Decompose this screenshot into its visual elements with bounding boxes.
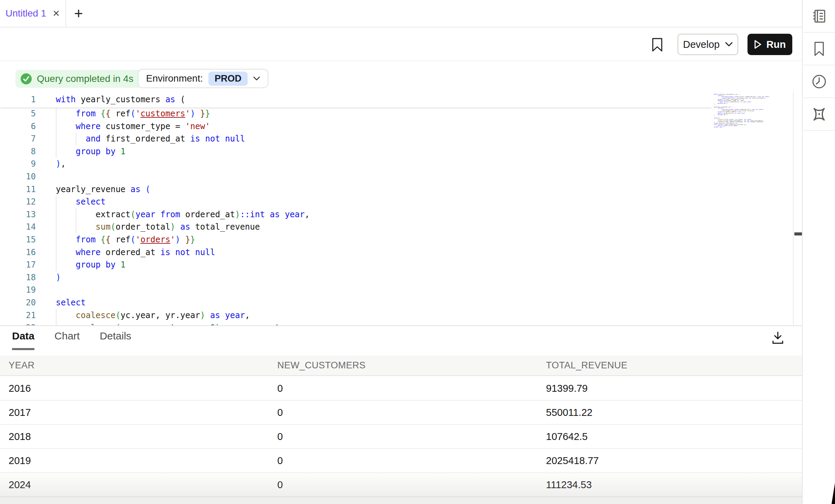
code-line: 20select — [0, 296, 712, 309]
play-icon — [754, 40, 762, 49]
code-line: 5 from {{ ref('customers') }} — [0, 107, 712, 120]
code-line: 14 sum(order_total) as total_revenue — [0, 221, 712, 233]
code-line: 19 — [0, 284, 712, 296]
bookmark-icon — [812, 41, 826, 57]
line-number: 11 — [0, 183, 36, 196]
line-number: 21 — [0, 309, 36, 322]
code-line: 15 from {{ ref('orders') }} — [0, 233, 712, 246]
sql-editor[interactable]: 5 from {{ ref('customers') }}6 where cus… — [0, 92, 802, 325]
code-area: 5 from {{ ref('customers') }}6 where cus… — [0, 107, 712, 325]
code-line: 13 extract(year from ordered_at)::int as… — [0, 208, 712, 221]
line-number: 19 — [0, 284, 36, 296]
code-line: 11yearly_revenue as ( — [0, 183, 712, 196]
table-row[interactable]: 20240111234.53 — [0, 473, 802, 497]
line-number: 7 — [0, 133, 36, 145]
check-circle-icon — [20, 73, 32, 85]
line-number: 1 — [0, 92, 36, 107]
develop-label: Develop — [683, 39, 720, 50]
table-cell: 0 — [277, 383, 546, 394]
history-button[interactable] — [803, 65, 835, 98]
table-cell: 2024 — [9, 479, 277, 491]
history-icon — [811, 74, 827, 90]
bookmark-button[interactable] — [650, 37, 664, 52]
column-header: TOTAL_REVENUE — [546, 360, 802, 371]
toolbar: Develop Run — [0, 28, 802, 61]
table-cell: 2025418.77 — [546, 455, 802, 466]
table-cell: 107642.5 — [546, 431, 802, 442]
download-icon — [771, 331, 785, 345]
notebook-icon — [811, 8, 827, 24]
app-root: Untitled 1 ✕ + Develop Ru — [0, 0, 835, 504]
horizontal-scrollbar[interactable] — [0, 496, 802, 504]
tab-bar: Untitled 1 ✕ + — [0, 0, 802, 28]
line-number: 18 — [0, 271, 36, 284]
ai-assistant-icon — [811, 106, 828, 123]
download-button[interactable] — [771, 331, 786, 346]
line-number: 14 — [0, 221, 36, 233]
minimap[interactable]: with yearly_customers as ( select extrac… — [712, 92, 793, 325]
scrollbar-thumb[interactable] — [794, 232, 802, 235]
environment-value-badge: PROD — [208, 72, 248, 86]
table-cell: 0 — [277, 407, 546, 418]
environment-selector[interactable]: Environment: PROD — [138, 69, 268, 88]
new-tab-button[interactable]: + — [66, 0, 91, 27]
side-rail — [803, 0, 835, 504]
minimap-code: with yearly_customers as ( select extrac… — [714, 94, 770, 128]
code-line: 6 where customer_type = 'new' — [0, 120, 712, 133]
notebook-button[interactable] — [803, 0, 835, 33]
line-number: 17 — [0, 259, 36, 271]
bookmarks-button[interactable] — [803, 33, 835, 65]
chevron-down-icon — [253, 76, 260, 81]
bookmark-icon — [650, 37, 664, 52]
results-tab-data[interactable]: Data — [12, 330, 34, 350]
main-area: Untitled 1 ✕ + Develop Ru — [0, 0, 803, 504]
run-button[interactable]: Run — [748, 34, 792, 55]
query-status-badge: Query completed in 4s — [16, 70, 142, 88]
table-cell: 111234.53 — [546, 479, 802, 491]
code-line: 12 select — [0, 196, 712, 208]
line-number: 22 — [0, 322, 36, 325]
table-cell: 2018 — [9, 431, 277, 442]
table-cell: 0 — [277, 479, 546, 491]
code-line: 7 and first_ordered_at is not null — [0, 133, 712, 145]
line-number: 20 — [0, 296, 36, 309]
table-row[interactable]: 20180107642.5 — [0, 425, 802, 449]
ai-assistant-button[interactable] — [803, 98, 835, 131]
table-cell: 0 — [277, 431, 546, 442]
develop-dropdown[interactable]: Develop — [678, 34, 738, 55]
code-line: 8 group by 1 — [0, 145, 712, 158]
table-row[interactable]: 201902025418.77 — [0, 449, 802, 473]
results-tabs: DataChartDetails — [12, 330, 131, 350]
table-row[interactable]: 20170550011.22 — [0, 401, 802, 425]
editor-scrollbar[interactable] — [793, 92, 802, 325]
code-line: 10 — [0, 170, 712, 183]
code-line: 17 group by 1 — [0, 259, 712, 271]
results-tab-chart[interactable]: Chart — [54, 330, 80, 350]
line-number: 16 — [0, 246, 36, 259]
results-tab-details[interactable]: Details — [100, 330, 131, 350]
ref-link[interactable]: orders — [141, 235, 171, 244]
table-header: YEARNEW_CUSTOMERSTOTAL_REVENUE — [0, 356, 802, 376]
chevron-down-icon — [725, 42, 733, 47]
line-number: 10 — [0, 170, 36, 183]
tab-label: Untitled 1 — [6, 8, 46, 19]
table-body: 2016091399.7920170550011.2220180107642.5… — [0, 377, 802, 497]
query-status-text: Query completed in 4s — [37, 73, 133, 84]
code-line: 22 coalesce(yc.new_customers, 0) as new_… — [0, 322, 712, 325]
line-number: 9 — [0, 158, 36, 170]
code-line: 21 coalesce(yc.year, yr.year) as year, — [0, 309, 712, 322]
status-row: Query completed in 4s Environment: PROD — [0, 61, 802, 92]
table-row[interactable]: 2016091399.79 — [0, 377, 802, 401]
table-cell: 91399.79 — [546, 383, 802, 394]
table-cell: 0 — [277, 455, 546, 466]
column-header: YEAR — [9, 360, 277, 371]
run-label: Run — [766, 39, 786, 50]
line-number: 13 — [0, 208, 36, 221]
tab-untitled-1[interactable]: Untitled 1 ✕ — [0, 0, 66, 27]
ref-link[interactable]: customers — [141, 109, 185, 118]
table-cell: 2019 — [9, 455, 277, 466]
table-cell: 2017 — [9, 407, 277, 418]
line-number: 5 — [0, 107, 36, 120]
sticky-scroll-line: 1with yearly_customers as ( — [0, 92, 712, 107]
close-icon[interactable]: ✕ — [52, 9, 60, 18]
